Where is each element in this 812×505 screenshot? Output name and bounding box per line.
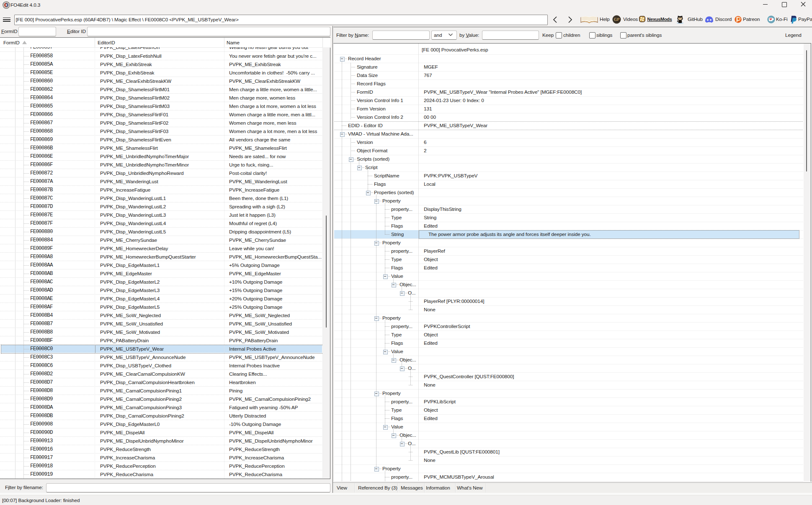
svg-text:GP: GP [614, 17, 620, 22]
